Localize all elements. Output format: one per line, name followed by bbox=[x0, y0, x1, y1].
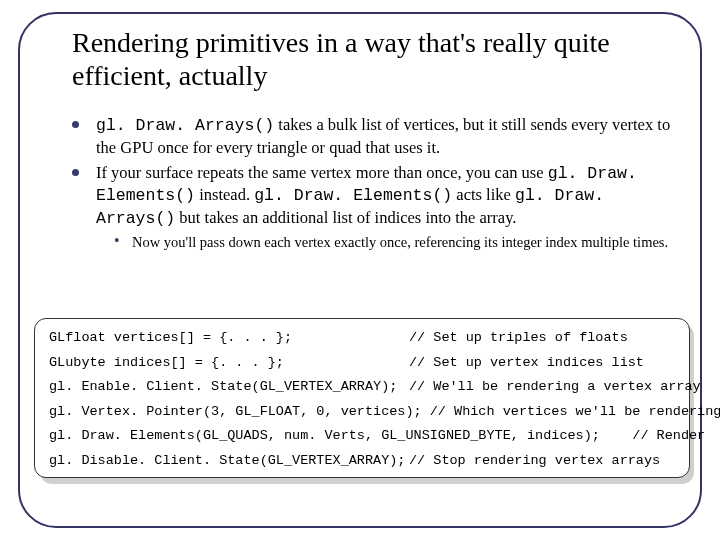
code-block: GLfloat vertices[] = {. . . };// Set up … bbox=[34, 318, 690, 478]
code-stmt: gl. Draw. Elements(GL_QUADS, num. Verts,… bbox=[49, 428, 632, 443]
code-stmt: gl. Enable. Client. State(GL_VERTEX_ARRA… bbox=[49, 380, 409, 394]
code-stmt: GLfloat vertices[] = {. . . }; bbox=[49, 331, 409, 345]
bullet-text: but takes an additional list of indices … bbox=[175, 208, 516, 227]
bullet-text: If your surface repeats the same vertex … bbox=[96, 163, 548, 182]
slide-title: Rendering primitives in a way that's rea… bbox=[72, 26, 676, 92]
code-stmt: GLubyte indices[] = {. . . }; bbox=[49, 356, 409, 370]
code-comment: // Set up vertex indices list bbox=[409, 355, 644, 370]
code-inline: gl. Draw. Arrays() bbox=[96, 116, 274, 135]
code-inline: gl. Draw. Elements() bbox=[254, 186, 452, 205]
bullet-text: acts like bbox=[452, 185, 515, 204]
slide-content: Rendering primitives in a way that's rea… bbox=[72, 26, 676, 251]
bullet-text: instead. bbox=[195, 185, 254, 204]
code-stmt: gl. Disable. Client. State(GL_VERTEX_ARR… bbox=[49, 454, 409, 468]
code-line: GLubyte indices[] = {. . . };// Set up v… bbox=[49, 356, 675, 370]
sub-bullet-list: Now you'll pass down each vertex exactly… bbox=[114, 233, 676, 252]
code-line: gl. Disable. Client. State(GL_VERTEX_ARR… bbox=[49, 454, 675, 468]
code-comment: // Stop rendering vertex arrays bbox=[409, 453, 660, 468]
code-stmt: gl. Vertex. Pointer(3, GL_FLOAT, 0, vert… bbox=[49, 404, 430, 419]
code-comment: // Render bbox=[632, 428, 705, 443]
bullet-list: gl. Draw. Arrays() takes a bulk list of … bbox=[72, 114, 676, 230]
bullet-item: If your surface repeats the same vertex … bbox=[72, 162, 676, 230]
code-line: gl. Draw. Elements(GL_QUADS, num. Verts,… bbox=[49, 429, 675, 443]
sub-bullet-item: Now you'll pass down each vertex exactly… bbox=[114, 233, 676, 252]
bullet-item: gl. Draw. Arrays() takes a bulk list of … bbox=[72, 114, 676, 159]
code-comment: // Which vertices we'll be rendering bbox=[430, 404, 720, 419]
code-comment: // We'll be rendering a vertex array bbox=[409, 379, 701, 394]
code-line: GLfloat vertices[] = {. . . };// Set up … bbox=[49, 331, 675, 345]
code-line: gl. Vertex. Pointer(3, GL_FLOAT, 0, vert… bbox=[49, 405, 675, 419]
code-line: gl. Enable. Client. State(GL_VERTEX_ARRA… bbox=[49, 380, 675, 394]
code-comment: // Set up triples of floats bbox=[409, 330, 628, 345]
code-block-wrap: GLfloat vertices[] = {. . . };// Set up … bbox=[34, 318, 690, 478]
